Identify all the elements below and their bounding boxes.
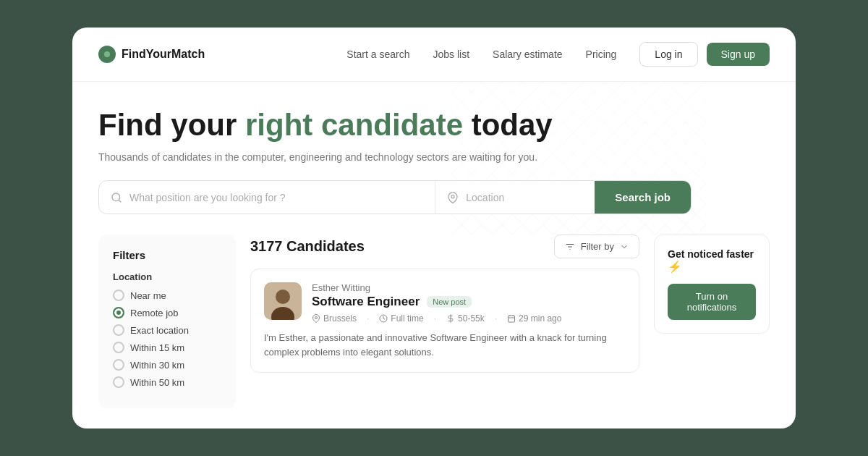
logo[interactable]: FindYourMatch	[98, 46, 205, 63]
candidate-name: Esther Witting	[312, 282, 561, 293]
search-job-button[interactable]: Search job	[595, 181, 691, 214]
filter-remote-job[interactable]: Remote job	[113, 307, 221, 318]
svg-point-11	[315, 317, 318, 319]
hero-title-accent: right candidate	[245, 108, 463, 142]
radio-within-50[interactable]	[113, 376, 124, 388]
clock-icon	[379, 314, 388, 323]
search-bar: Search job	[98, 180, 692, 214]
nav-actions: Log in Sign up	[639, 42, 770, 67]
radio-remote-job[interactable]	[113, 307, 124, 318]
avatar-image	[264, 282, 302, 320]
candidates-area: 3177 Candidates Filter by	[250, 235, 639, 408]
location-pin-icon	[312, 314, 320, 323]
svg-rect-14	[509, 316, 515, 322]
filter-within-30-label: Within 30 km	[130, 360, 184, 371]
meta-time: 29 min ago	[507, 313, 561, 324]
nav-salary-estimate[interactable]: Salary estimate	[493, 48, 562, 60]
filter-exact-location[interactable]: Exact location	[113, 324, 221, 336]
filter-within-50-label: Within 50 km	[130, 377, 184, 388]
location-icon	[447, 192, 459, 203]
candidates-count: 3177 Candidates	[250, 238, 365, 255]
main-card: FindYourMatch Start a search Jobs list S…	[72, 28, 796, 428]
nav-links: Start a search Jobs list Salary estimate…	[346, 48, 616, 60]
chevron-down-icon	[620, 242, 629, 251]
filter-remote-job-label: Remote job	[130, 308, 178, 318]
location-input[interactable]	[466, 192, 583, 203]
logo-icon	[98, 46, 116, 63]
hero-title-before: Find your	[98, 108, 245, 142]
meta-dot-1: ·	[367, 313, 369, 324]
meta-type: Full time	[379, 313, 423, 324]
meta-dot-2: ·	[434, 313, 436, 324]
filter-within-15[interactable]: Within 15 km	[113, 342, 221, 353]
brand-name: FindYourMatch	[122, 48, 205, 61]
nav-start-search[interactable]: Start a search	[346, 48, 409, 60]
calendar-icon	[507, 314, 516, 323]
position-input[interactable]	[129, 192, 423, 203]
hero-subtitle: Thousands of candidates in the computer,…	[98, 151, 770, 163]
candidates-header: 3177 Candidates Filter by	[250, 235, 639, 258]
location-search-field	[435, 181, 595, 214]
filter-within-50[interactable]: Within 50 km	[113, 376, 221, 388]
filter-by-button[interactable]: Filter by	[554, 235, 639, 258]
hero-title-after: today	[463, 108, 553, 142]
nav-jobs-list[interactable]: Jobs list	[433, 48, 470, 60]
filter-near-me[interactable]: Near me	[113, 290, 221, 301]
hero-section: Find your right candidate today Thousand…	[72, 82, 796, 235]
bottom-section: Filters Location Near me Remote job Exac…	[72, 235, 796, 428]
navbar: FindYourMatch Start a search Jobs list S…	[72, 28, 796, 82]
notification-box: Get noticed faster ⚡ Turn on notificatio…	[654, 235, 770, 408]
salary-icon	[446, 314, 455, 323]
filters-title: Filters	[113, 249, 221, 261]
meta-salary: 50-55k	[446, 313, 485, 324]
candidate-description: I'm Esther, a passionate and innovative …	[264, 331, 626, 359]
filter-icon	[565, 242, 575, 252]
candidate-title: Software Engineer	[312, 295, 420, 309]
new-post-badge: New post	[427, 296, 472, 308]
meta-location-text: Brussels	[323, 313, 357, 324]
turn-on-notifications-button[interactable]: Turn on notifications	[668, 284, 756, 320]
radio-within-15[interactable]	[113, 342, 124, 353]
notification-card: Get noticed faster ⚡ Turn on notificatio…	[654, 235, 770, 334]
location-filter-title: Location	[113, 271, 221, 282]
meta-dot-3: ·	[495, 313, 497, 324]
filter-near-me-label: Near me	[130, 290, 166, 301]
meta-salary-text: 50-55k	[458, 313, 485, 324]
notification-emoji: ⚡	[668, 261, 682, 273]
candidate-meta: Brussels · Full time ·	[312, 313, 561, 324]
search-icon	[111, 192, 122, 203]
login-button[interactable]: Log in	[639, 42, 697, 67]
filter-within-15-label: Within 15 km	[130, 342, 184, 353]
meta-location: Brussels	[312, 313, 357, 324]
candidate-info: Esther Witting Software Engineer New pos…	[312, 282, 561, 324]
candidate-top: Esther Witting Software Engineer New pos…	[264, 282, 626, 324]
signup-button[interactable]: Sign up	[707, 43, 770, 66]
candidate-title-row: Software Engineer New post	[312, 295, 561, 309]
filter-within-30[interactable]: Within 30 km	[113, 359, 221, 371]
radio-exact-location[interactable]	[113, 324, 124, 336]
meta-time-text: 29 min ago	[519, 313, 561, 324]
radio-within-30[interactable]	[113, 359, 124, 371]
nav-pricing[interactable]: Pricing	[586, 48, 617, 60]
candidate-card[interactable]: Esther Witting Software Engineer New pos…	[250, 269, 639, 373]
filter-by-label: Filter by	[581, 241, 614, 252]
svg-line-3	[119, 200, 121, 202]
svg-point-4	[451, 195, 454, 198]
radio-near-me[interactable]	[113, 290, 124, 301]
filter-exact-location-label: Exact location	[130, 325, 189, 336]
hero-title: Find your right candidate today	[98, 108, 770, 143]
avatar	[264, 282, 302, 320]
position-search-field	[99, 181, 435, 214]
notification-title: Get noticed faster ⚡	[668, 248, 756, 274]
filters-panel: Filters Location Near me Remote job Exac…	[98, 235, 236, 408]
svg-point-9	[276, 290, 290, 304]
meta-type-text: Full time	[391, 313, 423, 324]
notification-title-text: Get noticed faster	[668, 248, 754, 260]
